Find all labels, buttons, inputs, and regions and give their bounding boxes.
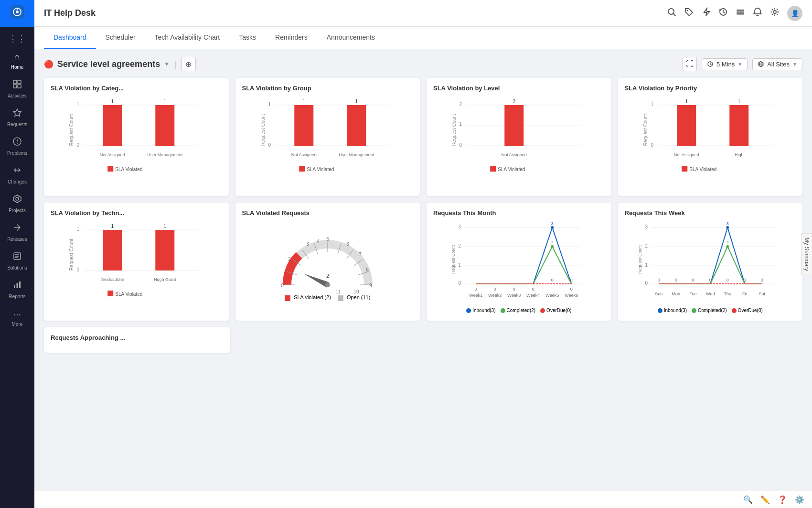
- svg-text:1: 1: [111, 224, 114, 229]
- svg-text:0: 0: [760, 278, 763, 282]
- sidebar-item-home[interactable]: ⌂ Home: [0, 47, 34, 75]
- svg-text:0: 0: [268, 142, 271, 148]
- section-title: 🔴 Service level agreements ▼: [44, 59, 170, 69]
- month-legend-overdue: OverDue(0): [540, 308, 571, 313]
- svg-point-116: [325, 282, 330, 287]
- gauge-svg: 0 2 3 5 4 6 7 8 9 10 11: [275, 232, 380, 304]
- list-icon[interactable]: [736, 7, 745, 19]
- sidebar-item-solutions-label: Solutions: [7, 265, 27, 270]
- svg-rect-88: [155, 230, 174, 270]
- svg-text:0: 0: [458, 281, 461, 286]
- svg-text:3: 3: [306, 241, 309, 247]
- tab-scheduler[interactable]: Scheduler: [96, 27, 145, 49]
- svg-rect-40: [107, 166, 113, 172]
- svg-text:SLA Violated: SLA Violated: [689, 167, 716, 172]
- settings-icon[interactable]: ⚙️: [795, 495, 804, 504]
- chart-level-svg: 2 1 0 Request Count 2 Not Assigned SLA V…: [433, 97, 605, 187]
- activities-icon: [12, 79, 22, 91]
- chart-approaching-title: Requests Approaching ...: [51, 334, 224, 341]
- requests-icon: [12, 108, 22, 120]
- changes-icon: [12, 165, 22, 177]
- chart-week-title: Requests This Week: [625, 209, 796, 216]
- sidebar-item-solutions[interactable]: Solutions: [0, 247, 34, 275]
- header-icons: 👤: [667, 6, 802, 21]
- sidebar-item-projects[interactable]: Projects: [0, 189, 34, 218]
- bell-icon[interactable]: [753, 7, 762, 19]
- svg-text:User Management: User Management: [339, 152, 374, 157]
- time-filter-arrow: ▼: [737, 62, 742, 67]
- gear-icon[interactable]: [770, 7, 780, 19]
- tag-icon[interactable]: [684, 7, 694, 19]
- sidebar-item-activities[interactable]: Activities: [0, 75, 34, 103]
- svg-text:Request Count: Request Count: [451, 114, 457, 146]
- tab-announcements[interactable]: Announcements: [317, 27, 385, 49]
- gauge-legend-violated: SLA violated (2): [285, 294, 331, 301]
- tab-tasks[interactable]: Tasks: [229, 27, 266, 49]
- my-summary-tab[interactable]: My Summary: [801, 233, 812, 275]
- svg-point-2: [16, 11, 19, 13]
- chart-group: SLA Violation by Group 1 0 Request Count…: [235, 78, 420, 196]
- zoom-icon[interactable]: 🔍: [743, 495, 753, 504]
- sidebar-item-releases[interactable]: Releases: [0, 218, 34, 247]
- time-filter[interactable]: 5 Mins ▼: [702, 58, 748, 70]
- sidebar-item-reports[interactable]: Reports: [0, 275, 34, 304]
- svg-rect-34: [103, 105, 122, 146]
- svg-text:Request Count: Request Count: [643, 114, 648, 146]
- sidebar-item-problems[interactable]: Problems: [0, 132, 34, 161]
- svg-text:0: 0: [475, 287, 477, 292]
- svg-text:3: 3: [726, 221, 728, 226]
- edit-icon[interactable]: ✏️: [760, 495, 770, 504]
- charts-row2: SLA Violation by Techn... 1 0 Request Co…: [44, 203, 802, 321]
- svg-text:1: 1: [76, 102, 79, 107]
- chart-approaching: Requests Approaching ...: [44, 327, 230, 353]
- tab-reminders[interactable]: Reminders: [266, 27, 317, 49]
- svg-rect-23: [737, 13, 744, 15]
- more-icon: ···: [13, 309, 21, 320]
- svg-rect-50: [347, 105, 366, 146]
- svg-text:Week5: Week5: [545, 293, 559, 298]
- add-widget-button[interactable]: ⊕: [182, 57, 196, 71]
- svg-text:1: 1: [163, 99, 166, 104]
- grid-icon[interactable]: ⋮⋮: [9, 27, 26, 47]
- sites-filter[interactable]: All Sites ▼: [752, 58, 802, 70]
- search-icon[interactable]: [667, 7, 676, 19]
- svg-point-128: [551, 245, 554, 248]
- svg-rect-78: [682, 166, 687, 172]
- svg-text:0: 0: [645, 281, 648, 286]
- help-icon[interactable]: ❓: [778, 495, 787, 504]
- dropdown-arrow-icon[interactable]: ▼: [164, 61, 170, 67]
- gauge-legend-open: Open (11): [338, 294, 371, 301]
- tab-dashboard[interactable]: Dashboard: [44, 27, 96, 49]
- svg-text:1: 1: [76, 227, 79, 232]
- releases-icon: [12, 223, 22, 235]
- chart-priority: SLA Violation by Priority 1 0 Request Co…: [618, 78, 803, 196]
- svg-text:0: 0: [674, 278, 677, 282]
- svg-text:3: 3: [645, 224, 648, 229]
- fullscreen-button[interactable]: ⛶: [683, 57, 697, 71]
- chart-gauge: SLA Violated Requests: [235, 203, 420, 321]
- svg-text:Hugh Grant: Hugh Grant: [154, 277, 176, 282]
- svg-text:10: 10: [353, 289, 359, 294]
- svg-point-153: [726, 226, 729, 229]
- tab-tech-availability[interactable]: Tech Availability Chart: [145, 27, 230, 49]
- sidebar-item-more[interactable]: ··· More: [0, 304, 34, 332]
- svg-marker-115: [302, 271, 329, 288]
- sites-filter-arrow: ▼: [792, 62, 797, 67]
- bolt-icon[interactable]: [701, 7, 711, 19]
- month-legend-inbound: Inbound(3): [466, 308, 495, 313]
- svg-text:2: 2: [288, 257, 291, 262]
- svg-point-9: [16, 197, 19, 200]
- svg-rect-4: [13, 80, 17, 84]
- sidebar-item-requests[interactable]: Requests: [0, 103, 34, 132]
- avatar[interactable]: 👤: [787, 6, 802, 21]
- sidebar-item-changes[interactable]: Changes: [0, 161, 34, 189]
- sidebar-item-more-label: More: [12, 322, 23, 327]
- section-actions: ⛶ 5 Mins ▼ All Sites ▼: [683, 57, 802, 71]
- svg-text:1: 1: [355, 99, 358, 104]
- svg-text:Tue: Tue: [689, 292, 696, 296]
- svg-text:1: 1: [163, 224, 166, 229]
- history-icon[interactable]: [718, 7, 728, 19]
- sidebar-item-activities-label: Activities: [8, 93, 26, 98]
- section-title-text: Service level agreements: [57, 59, 160, 69]
- svg-text:2: 2: [458, 243, 461, 249]
